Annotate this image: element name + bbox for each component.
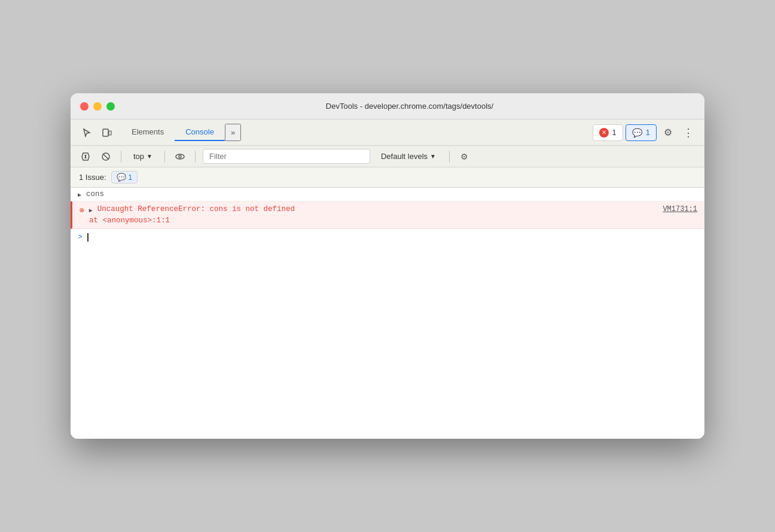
tab-group: Elements Console » [121, 124, 241, 141]
issues-label: 1 Issue: [79, 173, 106, 182]
toolbar-divider-3 [195, 151, 196, 163]
svg-line-7 [103, 154, 109, 159]
error-source-link[interactable]: VM1731:1 [663, 205, 697, 213]
issue-badge-button[interactable]: 💬 1 [111, 171, 138, 184]
error-count: 1 [612, 128, 617, 137]
expand-icon[interactable]: ▶ [78, 191, 81, 198]
clear-console-button[interactable] [78, 149, 93, 164]
svg-point-9 [179, 155, 181, 158]
gear-icon: ⚙ [664, 127, 672, 138]
issue-badge-count: 1 [129, 173, 133, 182]
levels-label: Default levels [381, 152, 428, 161]
svg-rect-2 [109, 131, 111, 135]
svg-point-8 [176, 154, 184, 159]
error-expand-button[interactable]: ▶ [89, 207, 93, 214]
issue-badge-icon: 💬 [117, 173, 126, 182]
select-element-button[interactable] [78, 124, 96, 142]
console-content: ▶ cons ⊗ ▶ Uncaught ReferenceError: cons… [71, 188, 704, 439]
error-main-content: Uncaught ReferenceError: cons is not def… [97, 205, 697, 213]
ellipsis-icon: ⋮ [683, 126, 694, 139]
console-prompt: > [78, 233, 83, 241]
console-input-line: > [71, 229, 704, 245]
context-selector-button[interactable]: top ▼ [129, 151, 157, 162]
levels-arrow-icon: ▼ [430, 153, 436, 160]
maximize-button[interactable] [106, 102, 115, 111]
device-toggle-button[interactable] [98, 124, 116, 142]
toolbar-divider [121, 151, 121, 163]
eye-button[interactable] [172, 149, 188, 164]
eye-icon [175, 152, 185, 161]
dropdown-arrow-icon: ▼ [147, 153, 152, 160]
window-title: DevTools - developer.chrome.com/tags/dev… [124, 102, 695, 111]
error-stack-trace: at <anonymous>:1:1 [80, 216, 697, 225]
toolbar-divider-4 [449, 151, 450, 163]
message-icon: 💬 [632, 128, 642, 137]
main-toolbar: Elements Console » ✕ 1 💬 1 ⚙ ⋮ [71, 120, 704, 146]
console-cursor[interactable] [87, 233, 89, 241]
block-button[interactable] [98, 149, 114, 164]
context-label: top [133, 152, 144, 161]
block-icon [101, 152, 111, 161]
settings-button[interactable]: ⚙ [659, 124, 677, 142]
console-settings-button[interactable]: ⚙ [457, 149, 472, 164]
titlebar: DevTools - developer.chrome.com/tags/dev… [71, 93, 704, 120]
svg-rect-1 [103, 129, 108, 136]
issues-bar: 1 Issue: 💬 1 [71, 167, 704, 188]
message-count-button[interactable]: 💬 1 [626, 124, 657, 141]
tab-elements[interactable]: Elements [121, 124, 175, 141]
more-tabs-button[interactable]: » [225, 124, 241, 141]
cursor-icon [82, 128, 91, 137]
console-error-block: ⊗ ▶ Uncaught ReferenceError: cons is not… [71, 201, 704, 229]
console-toolbar: top ▼ Default levels ▼ ⚙ [71, 146, 704, 167]
console-input-history: ▶ cons [71, 188, 704, 201]
traffic-lights [80, 102, 115, 111]
log-levels-button[interactable]: Default levels ▼ [375, 149, 442, 163]
devtools-window: DevTools - developer.chrome.com/tags/dev… [71, 93, 704, 439]
error-icon: ✕ [599, 128, 609, 137]
toolbar-divider-2 [164, 151, 165, 163]
filter-input[interactable] [203, 149, 370, 164]
console-gear-icon: ⚙ [460, 152, 468, 161]
clear-icon [81, 152, 90, 161]
minimize-button[interactable] [93, 102, 102, 111]
error-count-button[interactable]: ✕ 1 [593, 124, 623, 141]
more-options-button[interactable]: ⋮ [679, 124, 697, 142]
device-icon [102, 128, 112, 137]
console-command-text: cons [86, 190, 104, 198]
error-line: ⊗ ▶ Uncaught ReferenceError: cons is not… [80, 205, 697, 215]
message-count: 1 [646, 128, 650, 137]
close-button[interactable] [80, 102, 89, 111]
error-circle-icon: ⊗ [80, 206, 84, 215]
tab-console[interactable]: Console [175, 124, 225, 141]
error-message-text: Uncaught ReferenceError: cons is not def… [97, 205, 295, 213]
